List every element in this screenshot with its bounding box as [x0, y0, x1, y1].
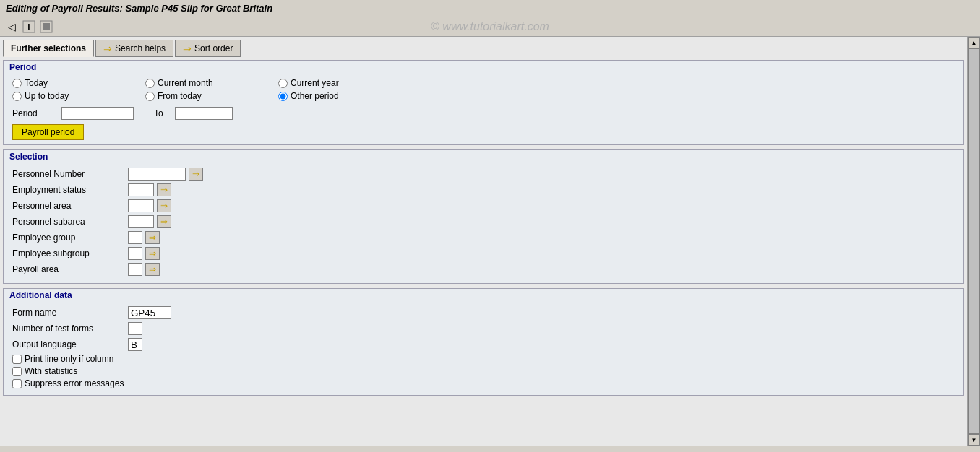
payroll-area-row: Payroll area ⇒: [12, 263, 955, 276]
tab-bar: Further selections ⇒ Search helps ⇒ Sort…: [3, 40, 964, 57]
scroll-track[interactable]: [968, 48, 980, 434]
payroll-area-arrow-icon: ⇒: [149, 264, 156, 274]
further-selections-label: Further selections: [11, 43, 86, 53]
radio-current-year-item: Current year: [278, 78, 408, 88]
employee-subgroup-input[interactable]: [128, 247, 142, 260]
print-line-checkbox[interactable]: [12, 355, 22, 364]
output-language-label: Output language: [12, 339, 128, 349]
additional-data-section: Additional data Form name Number of test…: [3, 288, 964, 396]
scroll-down-btn[interactable]: ▼: [968, 434, 980, 446]
main-content: Further selections ⇒ Search helps ⇒ Sort…: [0, 37, 980, 446]
employment-status-label: Employment status: [12, 185, 128, 195]
radio-up-to-today[interactable]: [12, 92, 22, 101]
print-line-checkbox-row: Print line only if column: [12, 354, 955, 364]
settings-icon[interactable]: [39, 19, 53, 34]
num-test-forms-row: Number of test forms: [12, 322, 955, 335]
employee-group-row: Employee group ⇒: [12, 231, 955, 244]
personnel-subarea-arrow-btn[interactable]: ⇒: [157, 215, 171, 228]
additional-data-content: Form name Number of test forms Output la…: [4, 302, 963, 395]
personnel-area-label: Personnel area: [12, 201, 128, 211]
employee-subgroup-label: Employee subgroup: [12, 248, 128, 258]
suppress-errors-checkbox[interactable]: [12, 379, 22, 388]
personnel-subarea-row: Personnel subarea ⇒: [12, 215, 955, 228]
radio-up-to-today-label: Up to today: [25, 91, 69, 101]
radio-other-period[interactable]: [278, 92, 288, 101]
title-bar: Editing of Payroll Results: Sample P45 S…: [0, 0, 980, 17]
personnel-number-arrow-icon: ⇒: [192, 169, 199, 179]
employment-status-arrow-icon: ⇒: [160, 185, 168, 195]
employee-group-arrow-btn[interactable]: ⇒: [145, 231, 160, 244]
form-name-label: Form name: [12, 308, 128, 318]
personnel-area-row: Personnel area ⇒: [12, 199, 955, 212]
payroll-period-button[interactable]: Payroll period: [12, 124, 84, 140]
employee-group-arrow-icon: ⇒: [149, 232, 156, 243]
radio-current-year-label: Current year: [291, 78, 339, 88]
print-line-label: Print line only if column: [25, 354, 113, 364]
with-statistics-label: With statistics: [25, 366, 77, 376]
period-section: Period Today Current month Current year: [3, 60, 964, 145]
radio-today-item: Today: [12, 78, 142, 88]
selection-title: Selection: [4, 150, 963, 163]
radio-from-today-item: From today: [145, 91, 275, 101]
radio-today[interactable]: [12, 79, 22, 88]
radio-current-month[interactable]: [145, 79, 155, 88]
to-label: To: [154, 108, 163, 118]
period-radios: Today Current month Current year Up to t…: [12, 78, 955, 101]
payroll-area-arrow-btn[interactable]: ⇒: [145, 263, 160, 276]
radio-other-period-item: Other period: [278, 91, 408, 101]
personnel-subarea-arrow-icon: ⇒: [160, 217, 168, 227]
output-language-input[interactable]: [128, 338, 142, 351]
employee-group-input[interactable]: [128, 231, 142, 244]
toolbar: ◁ i © www.tutorialkart.com: [0, 17, 980, 37]
period-to-input[interactable]: [175, 107, 233, 120]
period-content: Today Current month Current year Up to t…: [4, 74, 963, 144]
scroll-up-btn[interactable]: ▲: [968, 37, 980, 48]
radio-current-month-label: Current month: [158, 78, 213, 88]
radio-current-year[interactable]: [278, 79, 288, 88]
suppress-errors-label: Suppress error messages: [25, 378, 124, 388]
svg-text:i: i: [27, 22, 30, 32]
personnel-subarea-input[interactable]: [128, 215, 154, 228]
employment-status-input[interactable]: [128, 183, 154, 196]
tab-further-selections[interactable]: Further selections: [3, 40, 94, 57]
info-icon[interactable]: i: [22, 19, 36, 34]
search-helps-arrow-icon: ⇒: [103, 43, 112, 54]
employee-subgroup-arrow-btn[interactable]: ⇒: [145, 247, 160, 260]
tab-sort-order[interactable]: ⇒ Sort order: [175, 40, 241, 57]
with-statistics-checkbox-row: With statistics: [12, 366, 955, 376]
period-label: Period: [12, 108, 56, 118]
payroll-period-row: Payroll period: [12, 124, 955, 140]
sort-order-label: Sort order: [194, 43, 233, 53]
personnel-number-label: Personnel Number: [12, 169, 128, 179]
selection-section: Selection Personnel Number ⇒ Employment …: [3, 149, 964, 284]
sort-order-arrow-icon: ⇒: [183, 43, 192, 54]
search-helps-label: Search helps: [115, 43, 166, 53]
radio-from-today[interactable]: [145, 92, 155, 101]
payroll-area-input[interactable]: [128, 263, 142, 276]
employee-group-label: Employee group: [12, 232, 128, 243]
personnel-area-input[interactable]: [128, 199, 154, 212]
back-icon[interactable]: ◁: [4, 19, 19, 34]
personnel-area-arrow-btn[interactable]: ⇒: [157, 199, 171, 212]
employee-subgroup-row: Employee subgroup ⇒: [12, 247, 955, 260]
period-from-input[interactable]: [61, 107, 134, 120]
personnel-number-row: Personnel Number ⇒: [12, 168, 955, 181]
num-test-forms-input[interactable]: [128, 322, 142, 335]
personnel-number-arrow-btn[interactable]: ⇒: [189, 168, 203, 181]
personnel-area-arrow-icon: ⇒: [160, 201, 168, 211]
num-test-forms-label: Number of test forms: [12, 323, 128, 334]
radio-other-period-label: Other period: [291, 91, 339, 101]
form-name-input[interactable]: [128, 306, 171, 319]
payroll-area-label: Payroll area: [12, 264, 128, 274]
selection-content: Personnel Number ⇒ Employment status ⇒: [4, 163, 963, 283]
personnel-subarea-label: Personnel subarea: [12, 217, 128, 227]
tab-search-helps[interactable]: ⇒ Search helps: [95, 40, 173, 57]
with-statistics-checkbox[interactable]: [12, 367, 22, 376]
svg-rect-3: [43, 23, 50, 30]
personnel-number-input[interactable]: [128, 168, 186, 181]
period-from-row: Period To: [12, 107, 955, 120]
scrollbar: ▲ ▼: [967, 37, 980, 446]
content-area: Further selections ⇒ Search helps ⇒ Sort…: [0, 37, 967, 446]
employment-status-arrow-btn[interactable]: ⇒: [157, 183, 171, 196]
employment-status-row: Employment status ⇒: [12, 183, 955, 196]
